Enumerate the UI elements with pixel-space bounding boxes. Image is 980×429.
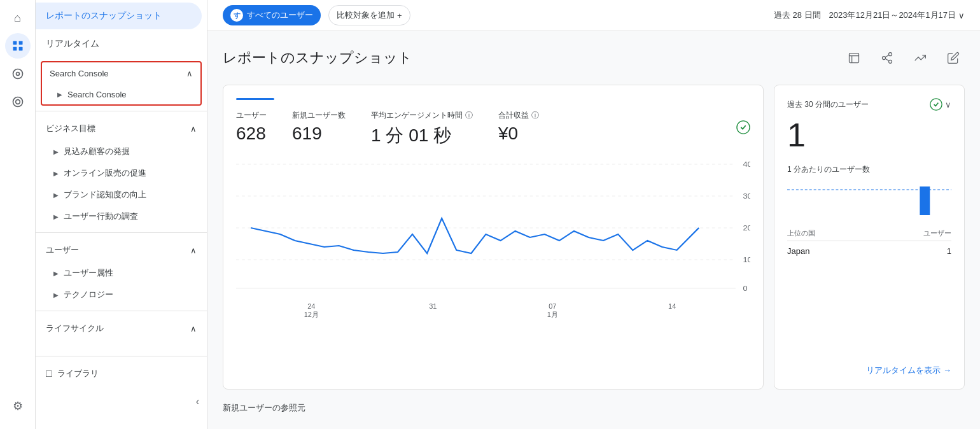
- reports-icon[interactable]: [5, 33, 31, 59]
- side-card-sublabel: 1 分あたりのユーザー数: [787, 164, 951, 175]
- info-icon-revenue: ⓘ: [531, 110, 539, 121]
- metric-revenue-value: ¥0: [498, 123, 539, 144]
- date-range-selector[interactable]: 過去 28 日間 2023年12月21日～2024年1月17日 ∨: [774, 10, 965, 21]
- svg-text:40: 40: [743, 160, 750, 169]
- country-cell: Japan: [787, 246, 809, 256]
- metric-users-value: 628: [236, 123, 267, 144]
- search-console-header[interactable]: Search Console ∧: [42, 62, 200, 85]
- table-row: Japan 1: [787, 244, 951, 258]
- svg-rect-1: [18, 41, 22, 45]
- date-range-text: 過去 28 日間 2023年12月21日～2024年1月17日: [774, 10, 956, 21]
- side-card-header: 過去 30 分間のユーザー ∨: [787, 98, 951, 111]
- trend-button[interactable]: [909, 46, 932, 69]
- col2-header: ユーザー: [923, 229, 951, 238]
- compare-label: 比較対象を追加: [337, 10, 395, 21]
- x-label-07: 07 1月: [547, 302, 558, 320]
- sidebar-collapse-button[interactable]: ‹: [36, 391, 207, 412]
- arrow-icon-behavior: ▶: [53, 213, 59, 220]
- users-label: ユーザー: [46, 244, 79, 256]
- sidebar-item-library[interactable]: □ ライブラリ: [36, 362, 207, 386]
- svg-point-12: [883, 57, 886, 60]
- cards-row: ユーザー 628 新規ユーザー数 619 平均エンゲージメント時間 ⓘ 1 分 …: [223, 85, 965, 390]
- main-chart: 40 30 20 10 0 24 12月: [236, 158, 750, 376]
- all-users-chip[interactable]: す すべてのユーザー: [223, 5, 321, 25]
- explore-icon[interactable]: [5, 61, 31, 87]
- sidebar-item-behavior[interactable]: ▶ ユーザー行動の調査: [36, 206, 207, 227]
- page-title: レポートのスナップショット: [223, 48, 412, 67]
- arrow-icon: ▶: [57, 91, 62, 98]
- sidebar-divider-2: [36, 232, 207, 233]
- side-table-header: 上位の国 ユーザー: [787, 229, 951, 241]
- check-icon-side: [930, 98, 942, 111]
- sidebar: レポートのスナップショット リアルタイム Search Console ∧ ▶ …: [36, 0, 207, 429]
- pencil-button[interactable]: [942, 46, 965, 69]
- main-area: す すべてのユーザー 比較対象を追加 + 過去 28 日間 2023年12月21…: [207, 0, 980, 429]
- sidebar-item-technology[interactable]: ▶ テクノロジー: [36, 284, 207, 306]
- metric-revenue: 合計収益 ⓘ ¥0: [498, 110, 539, 144]
- x-label-24: 24 12月: [304, 302, 319, 320]
- home-icon[interactable]: ⌂: [5, 5, 31, 31]
- metric-engagement: 平均エンゲージメント時間 ⓘ 1 分 01 秒: [371, 110, 473, 148]
- chevron-up-icon-lifecycle: ∧: [190, 324, 197, 334]
- svg-point-5: [16, 73, 19, 76]
- svg-point-6: [13, 97, 22, 107]
- svg-point-7: [15, 100, 20, 104]
- sidebar-item-snapshot[interactable]: レポートのスナップショット: [36, 3, 202, 29]
- content-area: レポートのスナップショット: [207, 31, 980, 429]
- sidebar-item-realtime[interactable]: リアルタイム: [36, 32, 207, 56]
- sidebar-category-business[interactable]: ビジネス目標 ∧: [36, 116, 207, 141]
- sidebar-category-lifecycle[interactable]: ライフサイクル ∧: [36, 316, 207, 341]
- arrow-icon-lead: ▶: [53, 148, 59, 155]
- topbar: す すべてのユーザー 比較対象を追加 + 過去 28 日間 2023年12月21…: [207, 0, 980, 31]
- col1-header: 上位の国: [787, 229, 815, 238]
- svg-line-15: [885, 55, 889, 57]
- side-card: 過去 30 分間のユーザー ∨ 1 1 分あたりのユーザー数: [774, 85, 965, 390]
- svg-point-13: [889, 60, 892, 63]
- mini-chart-svg: [787, 180, 951, 218]
- svg-rect-2: [13, 47, 17, 51]
- chart-x-labels: 24 12月 31 07 1月 14: [236, 300, 750, 320]
- page-header: レポートのスナップショット: [223, 46, 965, 69]
- sidebar-item-demographics[interactable]: ▶ ユーザー属性: [36, 262, 207, 284]
- compare-chip[interactable]: 比較対象を追加 +: [328, 5, 410, 25]
- main-chart-card: ユーザー 628 新規ユーザー数 619 平均エンゲージメント時間 ⓘ 1 分 …: [223, 85, 764, 390]
- side-card-header-label: 過去 30 分間のユーザー: [787, 99, 869, 110]
- realtime-link[interactable]: リアルタイムを表示 →: [787, 357, 951, 376]
- svg-point-27: [930, 99, 942, 110]
- settings-icon[interactable]: ⚙: [5, 393, 31, 419]
- svg-point-16: [737, 121, 750, 134]
- share-button[interactable]: [876, 46, 899, 69]
- side-card-value: 1: [787, 116, 951, 154]
- search-console-sub-label: Search Console: [67, 90, 127, 99]
- advertising-icon[interactable]: [5, 89, 31, 115]
- search-console-section: Search Console ∧ ▶ Search Console: [41, 61, 202, 106]
- sidebar-item-online-sales[interactable]: ▶ オンライン販売の促進: [36, 162, 207, 184]
- svg-rect-0: [13, 41, 17, 45]
- sidebar-category-users[interactable]: ユーザー ∧: [36, 238, 207, 262]
- chevron-down-side[interactable]: ∨: [945, 100, 951, 109]
- sidebar-item-lead[interactable]: ▶ 見込み顧客の発掘: [36, 141, 207, 162]
- x-label-14: 14: [668, 302, 676, 320]
- svg-text:30: 30: [743, 192, 750, 200]
- svg-line-14: [885, 59, 889, 60]
- edit-chart-button[interactable]: [843, 46, 865, 69]
- library-icon: □: [46, 368, 52, 379]
- arrow-icon-sales: ▶: [53, 170, 59, 177]
- svg-point-11: [889, 53, 892, 56]
- sidebar-divider-3: [36, 311, 207, 311]
- chevron-up-icon-business: ∧: [190, 124, 197, 134]
- sidebar-item-brand[interactable]: ▶ ブランド認知度の向上: [36, 184, 207, 206]
- chip-avatar: す: [230, 9, 243, 22]
- svg-text:10: 10: [743, 256, 750, 264]
- sidebar-divider-4: [36, 356, 207, 356]
- svg-text:0: 0: [743, 285, 747, 293]
- svg-rect-3: [18, 47, 22, 51]
- metric-users-label: ユーザー: [236, 110, 267, 121]
- metric-new-users-label: 新規ユーザー数: [292, 110, 346, 121]
- metrics-row: ユーザー 628 新規ユーザー数 619 平均エンゲージメント時間 ⓘ 1 分 …: [236, 110, 750, 148]
- lifecycle-label: ライフサイクル: [46, 323, 104, 334]
- business-goals-label: ビジネス目標: [46, 123, 95, 134]
- chevron-down-icon: ∨: [958, 11, 965, 20]
- sidebar-item-search-console[interactable]: ▶ Search Console: [42, 85, 200, 104]
- svg-point-4: [13, 69, 22, 79]
